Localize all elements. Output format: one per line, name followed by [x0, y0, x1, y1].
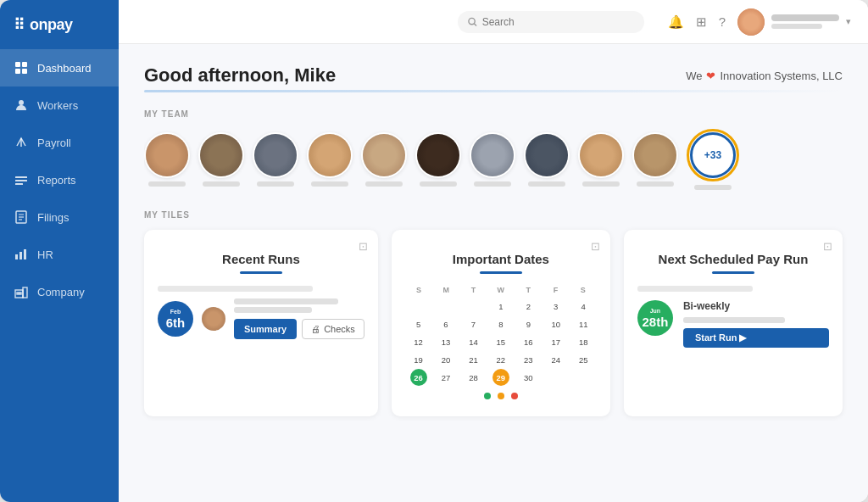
cal-cell: 11	[570, 315, 596, 332]
cal-cell: 1	[487, 298, 514, 315]
cal-cell-29[interactable]: 29	[487, 369, 514, 386]
company-tag: We ❤ Innovation Systems, LLC	[686, 70, 843, 82]
avatar	[144, 132, 190, 178]
summary-button[interactable]: Summary	[234, 319, 297, 339]
expand-icon[interactable]: ⊡	[591, 240, 600, 253]
important-dates-title: Important Dates	[405, 252, 597, 266]
printer-icon: 🖨	[311, 324, 320, 334]
grid-icon[interactable]: ⊞	[696, 14, 707, 30]
member-name-bar	[637, 181, 674, 187]
run-day: 6th	[166, 316, 186, 329]
pay-run-content: Jun 28th Bi-weekly Start Run ▶	[637, 300, 829, 348]
cal-cell: 27	[432, 369, 459, 386]
sidebar: ⠿ onpay Dashboard Workers Payroll	[0, 0, 119, 502]
team-member[interactable]	[578, 132, 624, 187]
svg-line-22	[474, 23, 476, 25]
logo: ⠿ onpay	[0, 0, 119, 49]
member-name-bar	[203, 181, 240, 187]
recent-runs-underline	[240, 271, 282, 274]
svg-rect-13	[15, 254, 18, 259]
top-header: 🔔 ⊞ ? ▾	[119, 0, 868, 44]
member-name-bar	[474, 181, 511, 187]
avatar	[524, 132, 570, 178]
avatar	[198, 132, 244, 178]
run-info-bar-1	[234, 298, 338, 304]
checks-button[interactable]: 🖨 Checks	[302, 319, 364, 339]
member-name-bar	[148, 181, 186, 187]
cal-cell-26[interactable]: 26	[405, 369, 431, 386]
sidebar-item-hr[interactable]: HR	[0, 236, 119, 273]
expand-icon[interactable]: ⊡	[359, 240, 368, 253]
team-member[interactable]	[253, 132, 298, 187]
sidebar-item-payroll[interactable]: Payroll	[0, 124, 119, 161]
team-member[interactable]	[198, 132, 244, 187]
avatar	[361, 132, 407, 178]
svg-rect-6	[15, 176, 27, 178]
cal-cell: 23	[515, 351, 542, 368]
team-member[interactable]	[361, 132, 407, 187]
run-person-avatar	[202, 307, 225, 331]
team-more-badge[interactable]: +33	[687, 129, 739, 190]
cal-day-t2: T	[515, 286, 542, 294]
sidebar-item-dashboard[interactable]: Dashboard	[0, 49, 119, 86]
payroll-icon	[14, 135, 29, 150]
sidebar-item-reports[interactable]: Reports	[0, 161, 119, 198]
bell-icon[interactable]: 🔔	[668, 14, 684, 30]
svg-rect-3	[22, 69, 27, 74]
cal-cell: 16	[515, 333, 542, 350]
search-icon	[468, 17, 477, 27]
team-member[interactable]	[524, 132, 570, 187]
svg-point-4	[19, 100, 24, 105]
team-member[interactable]	[144, 132, 190, 187]
cal-day-f: F	[542, 286, 569, 294]
search-input[interactable]	[482, 16, 634, 28]
member-name-bar	[420, 181, 457, 187]
sidebar-item-company[interactable]: Company	[0, 273, 119, 310]
my-tiles-label: MY TILES	[144, 210, 843, 220]
cal-cell	[542, 369, 569, 386]
help-icon[interactable]: ?	[719, 14, 726, 29]
dot-green	[484, 393, 491, 399]
reports-icon	[14, 172, 29, 187]
workers-icon	[14, 98, 29, 113]
user-sub-bar	[771, 24, 822, 29]
app-window: ⠿ onpay Dashboard Workers Payroll	[0, 0, 868, 502]
cal-cell: 30	[515, 369, 542, 386]
cal-cell: 28	[460, 369, 487, 386]
greeting-divider	[144, 90, 843, 92]
cal-day-s2: S	[570, 286, 597, 294]
sidebar-item-workers[interactable]: Workers	[0, 86, 119, 124]
sidebar-item-filings[interactable]: Filings	[0, 198, 119, 236]
run-date-badge: Feb 6th	[158, 301, 193, 337]
user-menu[interactable]: ▾	[737, 8, 851, 36]
heart-icon: ❤	[706, 70, 715, 82]
member-name-bar	[365, 181, 403, 187]
dot-red	[511, 393, 518, 399]
svg-rect-0	[15, 62, 20, 67]
avatar	[632, 132, 678, 178]
cal-cell	[405, 298, 431, 315]
expand-icon[interactable]: ⊡	[823, 240, 832, 253]
team-member[interactable]	[307, 132, 353, 187]
svg-rect-2	[15, 69, 20, 74]
cal-cell: 15	[487, 333, 514, 350]
content-area: Good afternoon, Mike We ❤ Innovation Sys…	[119, 44, 868, 502]
cal-cell: 3	[542, 298, 569, 315]
team-member[interactable]	[632, 132, 678, 187]
member-name-bar	[694, 185, 732, 190]
search-box[interactable]	[458, 11, 644, 33]
important-dates-underline	[480, 271, 522, 274]
cal-cell: 20	[432, 351, 459, 368]
cal-cell: 2	[515, 298, 542, 315]
next-pay-run-title: Next Scheduled Pay Run	[637, 252, 829, 266]
cal-grid: 1 2 3 4 5 6 7 8 9 10 11	[405, 298, 597, 386]
team-member[interactable]	[415, 132, 461, 187]
company-icon	[14, 284, 29, 299]
team-member[interactable]	[470, 132, 515, 187]
content-bar	[637, 286, 753, 292]
tiles-grid: ⊡ Recent Runs Feb 6th	[144, 230, 843, 416]
cal-cell: 6	[432, 315, 459, 332]
pay-bar	[683, 317, 785, 323]
sidebar-label-hr: HR	[37, 248, 53, 261]
start-run-button[interactable]: Start Run ▶	[683, 328, 829, 348]
